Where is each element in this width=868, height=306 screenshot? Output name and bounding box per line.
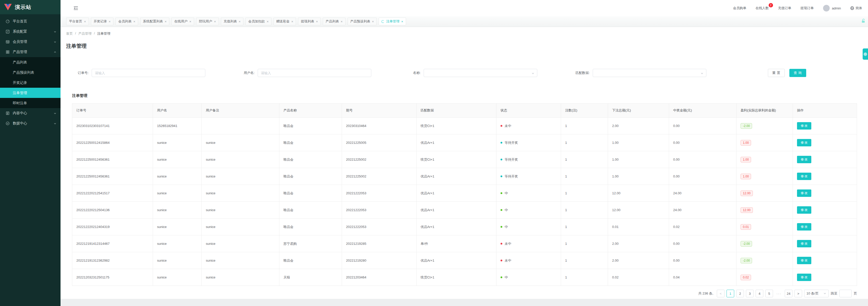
topbar-link-member-orders[interactable]: 会员购单 [733, 6, 746, 10]
modify-button[interactable]: 修改 [797, 190, 811, 197]
sidebar-subitem[interactable]: 产品列表 [0, 57, 61, 67]
tab-close-icon[interactable]: × [401, 20, 403, 24]
modify-button[interactable]: 修改 [797, 173, 811, 180]
topbar-link-online-users[interactable]: 在线人数 2 [756, 6, 769, 10]
page-size-select[interactable]: 10 条/页 [804, 290, 829, 297]
tab[interactable]: 陪玩用户 × [196, 18, 219, 25]
cell-match-data: 单/件 [416, 235, 496, 252]
cell-product-name: 唯品会 [279, 202, 342, 218]
column-header: 用户名 [153, 104, 202, 117]
page-button[interactable]: 2 [736, 290, 744, 297]
cell-profit: 1.00 [737, 134, 793, 151]
table-row: 202212250012415864 sunice sunice 唯品会 202… [72, 134, 857, 151]
page-button[interactable]: 1 [726, 290, 734, 297]
tab[interactable]: 产品列表 × [323, 18, 345, 25]
page-button[interactable]: 24 [785, 290, 793, 297]
sidebar: 演示站 平台首页 系统配置 会员管理 产品管理 [0, 0, 61, 306]
modify-button[interactable]: 修改 [797, 257, 811, 264]
online-count-badge: 2 [769, 3, 773, 7]
page-button[interactable]: 3 [746, 290, 753, 297]
modify-button[interactable]: 修改 [797, 223, 811, 231]
sidebar-subitem[interactable]: 注单管理 [0, 88, 61, 98]
sidebar-item-home[interactable]: 平台首页 [0, 16, 61, 27]
sidebar-item-product-mgmt[interactable]: 产品管理 [0, 47, 61, 57]
modify-button[interactable]: 修改 [797, 139, 811, 146]
lock-tabs-button[interactable] [861, 19, 865, 24]
cell-win-amount: 0.04 [669, 269, 737, 285]
tab-close-icon[interactable]: × [316, 20, 318, 24]
name-select[interactable] [424, 69, 537, 77]
tab-close-icon[interactable]: × [291, 20, 293, 24]
search-button[interactable]: 查询 [789, 69, 806, 77]
cell-bet-amount: 2.00 [608, 235, 669, 252]
profit-badge: -2.00 [741, 241, 752, 247]
tab-close-icon[interactable]: × [109, 20, 111, 24]
modify-button[interactable]: 修改 [797, 240, 811, 247]
reset-button[interactable]: 重置 [768, 69, 785, 77]
breadcrumb-item[interactable]: 首页 [66, 31, 73, 36]
language-switcher[interactable]: 简体 [850, 6, 862, 10]
modify-button[interactable]: 修改 [797, 156, 811, 163]
tab-close-icon[interactable]: × [189, 20, 191, 24]
tab-close-icon[interactable]: × [214, 20, 216, 24]
next-page-button[interactable]: > [795, 290, 802, 297]
collapse-sidebar-button[interactable] [73, 6, 79, 10]
tab[interactable]: 会员加扣款 × [245, 18, 272, 25]
settings-fab[interactable] [863, 48, 868, 60]
cell-user-note [202, 117, 279, 134]
jump-page-input[interactable] [839, 290, 851, 297]
sidebar-subitem[interactable]: 即时注单 [0, 98, 61, 108]
tab[interactable]: 提现列表 × [298, 18, 321, 25]
cell-username: sunice [153, 202, 202, 218]
sidebar-item-member-mgmt[interactable]: 会员管理 [0, 37, 61, 47]
profit-badge: 1.00 [741, 174, 751, 179]
sidebar-item-data-center[interactable]: 数据中心 [0, 118, 61, 129]
modify-button[interactable]: 修改 [797, 274, 811, 281]
modify-button[interactable]: 修改 [797, 206, 811, 214]
topbar-link-recharge-orders[interactable]: 充值订单 [778, 6, 792, 10]
topbar-link-withdraw-orders[interactable]: 提现订单 [801, 6, 814, 10]
cell-bet-count: 1 [561, 202, 608, 218]
tab[interactable]: 平台首页 × [66, 18, 89, 25]
tab[interactable]: 产品预设列表 × [347, 18, 377, 25]
prev-page-button[interactable]: < [717, 290, 724, 297]
tab-close-icon[interactable]: × [341, 20, 343, 24]
tab[interactable]: 充值列表 × [221, 18, 244, 25]
tab-label: 提现列表 [301, 19, 314, 24]
tab[interactable]: 会员列表 × [116, 18, 138, 25]
modify-button[interactable]: 修改 [797, 122, 811, 130]
breadcrumb-item[interactable]: 产品管理 [79, 31, 92, 36]
tab-label: 充值列表 [224, 19, 237, 24]
order-no-input[interactable] [92, 69, 205, 77]
sidebar-nav: 平台首页 系统配置 会员管理 产品管理 产品列表 [0, 14, 61, 129]
tab-close-icon[interactable]: × [133, 20, 135, 24]
tab-label: 会员列表 [118, 19, 131, 24]
tab-close-icon[interactable]: × [372, 20, 374, 24]
tab[interactable]: 注单管理 × [379, 18, 406, 25]
tab[interactable]: 在线用户 × [172, 18, 194, 25]
tab-close-icon[interactable]: × [84, 20, 86, 24]
tab[interactable]: 赠送彩金 × [274, 18, 296, 25]
tab[interactable]: 系统配置列表 × [140, 18, 169, 25]
match-data-select[interactable] [593, 69, 706, 77]
page-button[interactable]: ··· [775, 290, 783, 297]
page-button[interactable]: 5 [765, 290, 773, 297]
sidebar-item-system-config[interactable]: 系统配置 [0, 27, 61, 37]
sidebar-item-content-center[interactable]: 内容中心 [0, 108, 61, 118]
tab-close-icon[interactable]: × [267, 20, 269, 24]
cell-product-name: 唯品会 [279, 134, 342, 151]
tab[interactable]: 开奖记录 × [91, 18, 114, 25]
tab-close-icon[interactable]: × [165, 20, 167, 24]
tab-label: 会员加扣款 [248, 19, 265, 24]
username-label: 用户名: [237, 71, 255, 75]
status-dot [500, 209, 502, 211]
sidebar-subitem[interactable]: 产品预设列表 [0, 67, 61, 77]
topbar: 会员购单 在线人数 2 充值订单 提现订单 admin 简体 [61, 0, 868, 16]
cell-status: 未中 [496, 235, 561, 252]
user-menu[interactable]: admin [823, 5, 841, 11]
tab-close-icon[interactable]: × [239, 20, 241, 24]
cell-period: 20230310464 [342, 117, 416, 134]
page-button[interactable]: 4 [756, 290, 763, 297]
sidebar-subitem[interactable]: 开奖记录 [0, 77, 61, 88]
username-input[interactable] [258, 69, 371, 77]
